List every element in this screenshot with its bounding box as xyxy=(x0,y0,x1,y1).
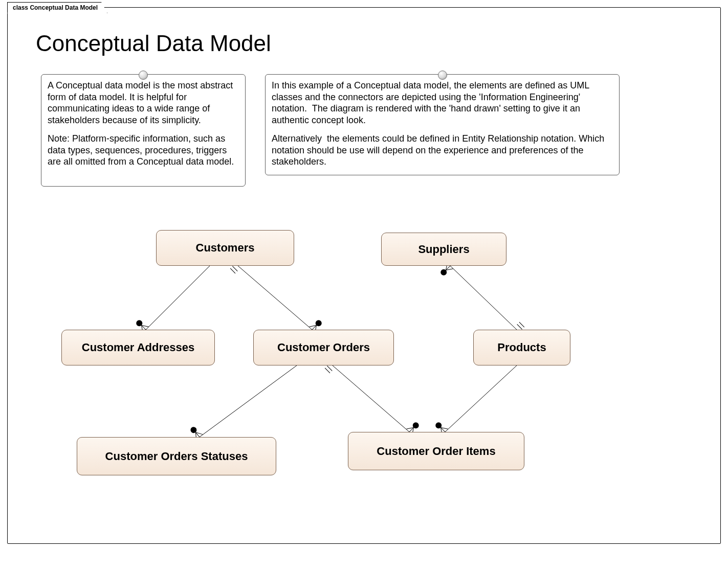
note-left: A Conceptual data model is the most abst… xyxy=(41,74,246,187)
entity-suppliers[interactable]: Suppliers xyxy=(381,233,506,266)
diagram-tab-title: Conceptual Data Model xyxy=(30,4,98,11)
entity-label: Customers xyxy=(196,241,255,255)
diagram-tab-keyword: class xyxy=(13,4,28,11)
note-right-p2: Alternatively the elements could be defi… xyxy=(272,133,613,168)
entity-customer-addresses[interactable]: Customer Addresses xyxy=(61,330,215,365)
diagram-title: Conceptual Data Model xyxy=(36,31,271,56)
entity-label: Customer Orders Statuses xyxy=(105,450,248,463)
entity-label: Customer Orders xyxy=(277,341,370,354)
entity-customer-orders[interactable]: Customer Orders xyxy=(253,330,394,365)
entity-label: Customer Addresses xyxy=(82,341,194,354)
entity-label: Customer Order Items xyxy=(377,445,495,458)
note-right-p1: In this example of a Conceptual data mod… xyxy=(272,80,613,126)
entity-label: Products xyxy=(497,341,546,354)
note-right: In this example of a Conceptual data mod… xyxy=(265,74,620,175)
note-left-p1: A Conceptual data model is the most abst… xyxy=(48,80,239,126)
entity-customer-order-items[interactable]: Customer Order Items xyxy=(348,432,524,470)
pin-icon xyxy=(438,71,447,80)
note-left-p2: Note: Platform-specific information, suc… xyxy=(48,133,239,168)
entity-products[interactable]: Products xyxy=(473,330,570,365)
pin-icon xyxy=(139,71,148,80)
entity-label: Suppliers xyxy=(418,243,469,256)
diagram-tab: class Conceptual Data Model xyxy=(7,2,107,13)
diagram-frame: class Conceptual Data Model Conceptual D… xyxy=(0,0,728,573)
entity-customers[interactable]: Customers xyxy=(156,230,294,266)
entity-customer-orders-statuses[interactable]: Customer Orders Statuses xyxy=(77,437,276,475)
